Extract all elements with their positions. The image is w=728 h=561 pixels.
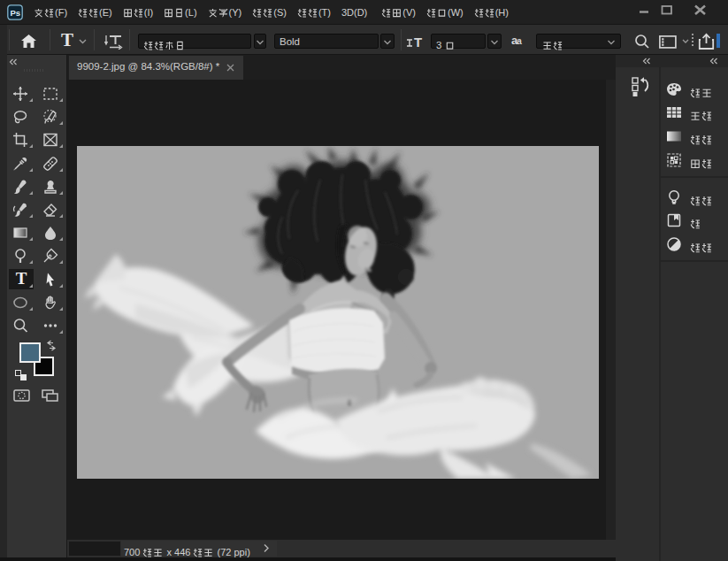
svg-text:T: T [414, 35, 422, 49]
svg-text:Ps: Ps [10, 8, 20, 18]
